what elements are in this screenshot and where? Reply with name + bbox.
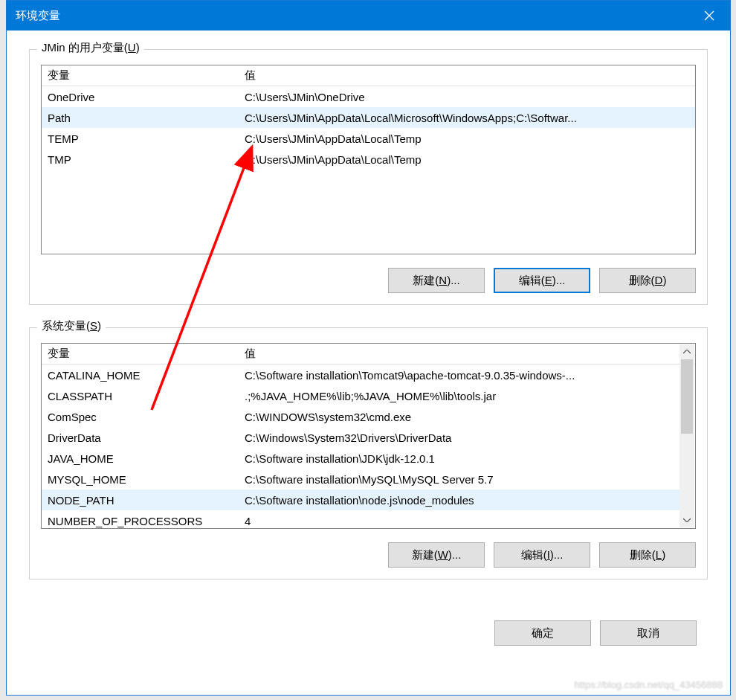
table-row[interactable]: TMPC:\Users\JMin\AppData\Local\Temp	[42, 149, 695, 170]
var-name: DriverData	[42, 429, 239, 446]
var-value: C:\Users\JMin\AppData\Local\Temp	[239, 151, 695, 168]
user-vars-list[interactable]: 变量 值 OneDriveC:\Users\JMin\OneDrivePathC…	[41, 65, 696, 254]
table-row[interactable]: NUMBER_OF_PROCESSORS4	[42, 510, 680, 529]
var-value: 4	[239, 513, 680, 530]
var-name: OneDrive	[42, 89, 239, 106]
table-row[interactable]: CLASSPATH.;%JAVA_HOME%\lib;%JAVA_HOME%\l…	[42, 385, 680, 406]
window-title: 环境变量	[16, 9, 60, 23]
system-button-row: 新建(W)... 编辑(I)... 删除(L)	[41, 542, 696, 568]
env-vars-dialog: 环境变量 JMin 的用户变量(U) 变量 值 OneDriveC:\Users…	[6, 0, 731, 696]
scrollbar[interactable]	[679, 344, 694, 527]
scroll-thumb[interactable]	[681, 359, 693, 434]
var-name: NUMBER_OF_PROCESSORS	[42, 513, 239, 530]
var-value: C:\Software installation\JDK\jdk-12.0.1	[239, 450, 680, 467]
var-value: C:\Software installation\node.js\node_mo…	[239, 492, 680, 509]
var-name: MYSQL_HOME	[42, 471, 239, 488]
table-row[interactable]: ComSpecC:\WINDOWS\system32\cmd.exe	[42, 406, 680, 427]
user-new-button[interactable]: 新建(N)...	[388, 268, 485, 293]
table-row[interactable]: CATALINA_HOMEC:\Software installation\To…	[42, 365, 680, 385]
user-delete-button[interactable]: 删除(D)	[599, 268, 696, 293]
var-value: C:\Users\JMin\AppData\Local\Microsoft\Wi…	[239, 109, 695, 126]
table-row[interactable]: DriverDataC:\Windows\System32\Drivers\Dr…	[42, 427, 680, 448]
chevron-down-icon	[683, 518, 691, 522]
system-new-button[interactable]: 新建(W)...	[388, 542, 485, 568]
table-row[interactable]: MYSQL_HOMEC:\Software installation\MySQL…	[42, 469, 680, 489]
close-icon	[704, 10, 714, 21]
ok-button[interactable]: 确定	[494, 620, 591, 646]
var-value: C:\Software installation\Tomcat9\apache-…	[239, 367, 680, 384]
list-header: 变量 值	[42, 65, 695, 86]
close-button[interactable]	[688, 1, 730, 30]
var-name: TMP	[42, 151, 239, 168]
user-vars-label: JMin 的用户变量(U)	[37, 41, 144, 55]
chevron-up-icon	[683, 350, 691, 354]
system-vars-list[interactable]: 变量 值 CATALINA_HOMEC:\Software installati…	[41, 343, 696, 529]
table-row[interactable]: NODE_PATHC:\Software installation\node.j…	[42, 489, 680, 510]
table-row[interactable]: JAVA_HOMEC:\Software installation\JDK\jd…	[42, 448, 680, 469]
user-edit-button[interactable]: 编辑(E)...	[494, 268, 590, 293]
table-row[interactable]: TEMPC:\Users\JMin\AppData\Local\Temp	[42, 128, 695, 149]
var-name: Path	[42, 109, 239, 126]
list-header: 变量 值	[42, 344, 695, 365]
system-vars-label: 系统变量(S)	[37, 319, 106, 333]
system-delete-button[interactable]: 删除(L)	[599, 542, 696, 568]
var-name: JAVA_HOME	[42, 450, 239, 467]
header-value[interactable]: 值	[239, 65, 695, 86]
scroll-down-button[interactable]	[679, 513, 694, 527]
user-vars-group: JMin 的用户变量(U) 变量 值 OneDriveC:\Users\JMin…	[29, 49, 708, 305]
dialog-content: JMin 的用户变量(U) 变量 值 OneDriveC:\Users\JMin…	[7, 30, 730, 695]
var-name: CLASSPATH	[42, 388, 239, 405]
table-row[interactable]: OneDriveC:\Users\JMin\OneDrive	[42, 86, 695, 107]
system-edit-button[interactable]: 编辑(I)...	[494, 542, 590, 568]
scroll-track[interactable]	[679, 359, 694, 513]
header-name[interactable]: 变量	[42, 344, 239, 364]
var-name: TEMP	[42, 130, 239, 147]
scroll-up-button[interactable]	[679, 344, 694, 359]
system-vars-group: 系统变量(S) 变量 值 CATALINA_HOMEC:\Software in…	[29, 327, 708, 579]
var-value: C:\WINDOWS\system32\cmd.exe	[239, 408, 680, 426]
var-name: NODE_PATH	[42, 492, 239, 509]
final-button-row: 确定 取消	[29, 620, 708, 646]
header-name[interactable]: 变量	[42, 65, 239, 86]
var-value: C:\Windows\System32\Drivers\DriverData	[239, 429, 680, 446]
table-row[interactable]: PathC:\Users\JMin\AppData\Local\Microsof…	[42, 107, 695, 128]
header-value[interactable]: 值	[239, 344, 695, 364]
var-value: C:\Software installation\MySQL\MySQL Ser…	[239, 471, 680, 488]
titlebar: 环境变量	[7, 1, 730, 30]
var-value: C:\Users\JMin\OneDrive	[239, 89, 695, 106]
var-name: CATALINA_HOME	[42, 367, 239, 384]
cancel-button[interactable]: 取消	[600, 620, 697, 646]
watermark: https://blog.csdn.net/qq_43456888	[575, 679, 723, 690]
var-value: C:\Users\JMin\AppData\Local\Temp	[239, 130, 695, 147]
var-value: .;%JAVA_HOME%\lib;%JAVA_HOME%\lib\tools.…	[239, 388, 680, 405]
user-button-row: 新建(N)... 编辑(E)... 删除(D)	[41, 268, 696, 293]
var-name: ComSpec	[42, 408, 239, 426]
